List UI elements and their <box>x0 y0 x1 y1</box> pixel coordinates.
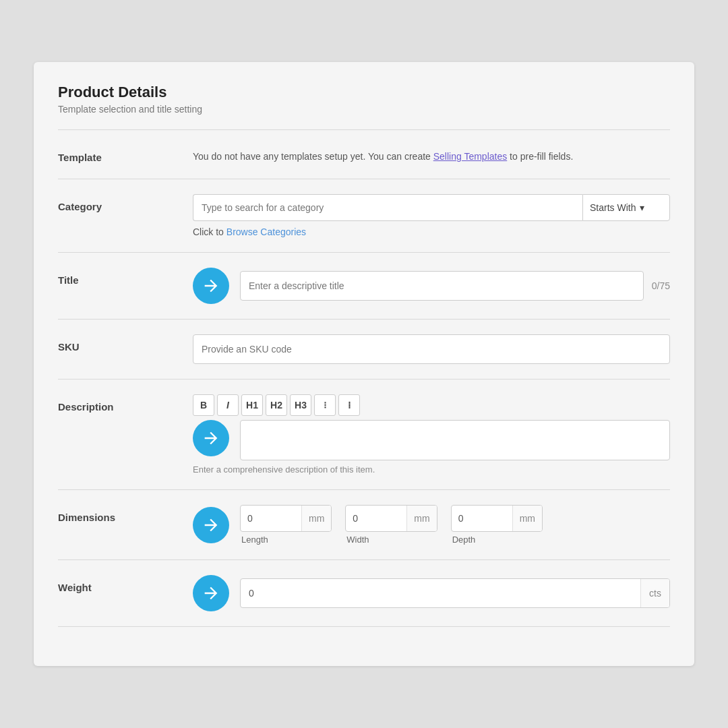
length-input-wrap: mm <box>240 505 332 532</box>
depth-group: mm Depth <box>451 505 543 545</box>
title-input-wrap <box>240 271 644 301</box>
length-label: Length <box>240 535 268 545</box>
italic-button[interactable]: I <box>217 394 239 416</box>
title-arrow-icon <box>193 268 229 304</box>
browse-link-row: Click to Browse Categories <box>193 226 670 237</box>
selling-templates-link[interactable]: Selling Templates <box>433 151 507 162</box>
dimensions-row: Dimensions mm Length <box>58 505 670 545</box>
dimensions-label: Dimensions <box>58 505 193 523</box>
sku-row: SKU <box>58 334 670 364</box>
arrow-right-icon-4 <box>202 584 220 603</box>
weight-label: Weight <box>58 575 193 593</box>
product-details-card: Product Details Template selection and t… <box>34 62 694 666</box>
length-input[interactable] <box>241 506 301 531</box>
depth-input[interactable] <box>452 506 512 531</box>
card-header: Product Details Template selection and t… <box>58 84 670 115</box>
length-group: mm Length <box>240 505 332 545</box>
bold-button[interactable]: B <box>193 394 214 416</box>
template-label: Template <box>58 145 193 163</box>
description-divider <box>58 489 670 490</box>
filter-label: Starts With <box>590 202 636 213</box>
browse-categories-link[interactable]: Browse Categories <box>226 226 306 237</box>
depth-unit: mm <box>512 506 542 531</box>
category-input-row: Starts With ▾ <box>193 194 670 221</box>
category-divider <box>58 252 670 253</box>
title-input-row: 0/75 <box>193 268 670 304</box>
sku-field <box>193 334 670 364</box>
width-input[interactable] <box>346 506 406 531</box>
page-title: Product Details <box>58 84 670 101</box>
weight-arrow-icon <box>193 575 229 611</box>
title-input[interactable] <box>240 271 644 301</box>
template-field: You do not have any templates setup yet.… <box>193 145 670 164</box>
description-label: Description <box>58 394 193 413</box>
length-unit: mm <box>301 506 331 531</box>
browse-prefix: Click to <box>193 226 226 237</box>
category-search-input[interactable] <box>193 194 582 221</box>
dimensions-inputs-row: mm Length mm Width mm Depth <box>193 505 670 545</box>
arrow-right-icon-3 <box>202 516 220 535</box>
category-label: Category <box>58 194 193 212</box>
h3-button[interactable]: H3 <box>290 394 311 416</box>
description-toolbar: B I H1 H2 H3 ⁝ ⁞ <box>193 394 670 416</box>
width-label: Width <box>345 535 369 545</box>
ordered-list-button[interactable]: ⁝ <box>314 394 336 416</box>
template-message-suffix: to pre-fill fields. <box>507 151 573 162</box>
template-row: Template You do not have any templates s… <box>58 145 670 164</box>
category-row: Category Starts With ▾ Click to Browse C… <box>58 194 670 237</box>
char-count: 0/75 <box>652 280 670 291</box>
weight-divider <box>58 626 670 627</box>
title-field: 0/75 <box>193 268 670 304</box>
sku-divider <box>58 379 670 380</box>
arrow-right-icon <box>202 276 220 295</box>
template-divider <box>58 179 670 179</box>
template-message-text: You do not have any templates setup yet.… <box>193 151 433 162</box>
h1-button[interactable]: H1 <box>241 394 263 416</box>
sku-input[interactable] <box>193 334 670 364</box>
sku-label: SKU <box>58 334 193 353</box>
width-input-wrap: mm <box>345 505 437 532</box>
weight-input-row: cts <box>193 575 670 611</box>
description-editor-row <box>193 420 670 460</box>
header-divider <box>58 129 670 130</box>
dimensions-field: mm Length mm Width mm Depth <box>193 505 670 545</box>
h2-button[interactable]: H2 <box>266 394 287 416</box>
title-label: Title <box>58 268 193 286</box>
category-filter-select[interactable]: Starts With ▾ <box>582 194 670 221</box>
width-group: mm Width <box>345 505 437 545</box>
chevron-down-icon: ▾ <box>640 202 644 213</box>
unordered-list-button[interactable]: ⁞ <box>338 394 360 416</box>
description-row: Description B I H1 H2 H3 ⁝ ⁞ Enter a com… <box>58 394 670 475</box>
description-hint: Enter a comprehensive description of thi… <box>193 464 670 475</box>
template-message: You do not have any templates setup yet.… <box>193 145 670 164</box>
width-unit: mm <box>406 506 436 531</box>
weight-input-wrap: cts <box>240 578 670 608</box>
depth-input-wrap: mm <box>451 505 543 532</box>
description-arrow-icon <box>193 420 229 456</box>
dimensions-arrow-icon <box>193 507 229 543</box>
weight-unit: cts <box>640 579 669 607</box>
weight-field: cts <box>193 575 670 611</box>
page-subtitle: Template selection and title setting <box>58 104 670 115</box>
dimensions-divider <box>58 559 670 560</box>
title-divider <box>58 319 670 320</box>
arrow-right-icon-2 <box>202 429 220 448</box>
description-field: B I H1 H2 H3 ⁝ ⁞ Enter a comprehensive d… <box>193 394 670 475</box>
description-textarea[interactable] <box>240 420 670 460</box>
weight-row: Weight cts <box>58 575 670 611</box>
weight-input[interactable] <box>241 579 640 607</box>
title-row: Title 0/75 <box>58 268 670 304</box>
category-field: Starts With ▾ Click to Browse Categories <box>193 194 670 237</box>
depth-label: Depth <box>451 535 476 545</box>
